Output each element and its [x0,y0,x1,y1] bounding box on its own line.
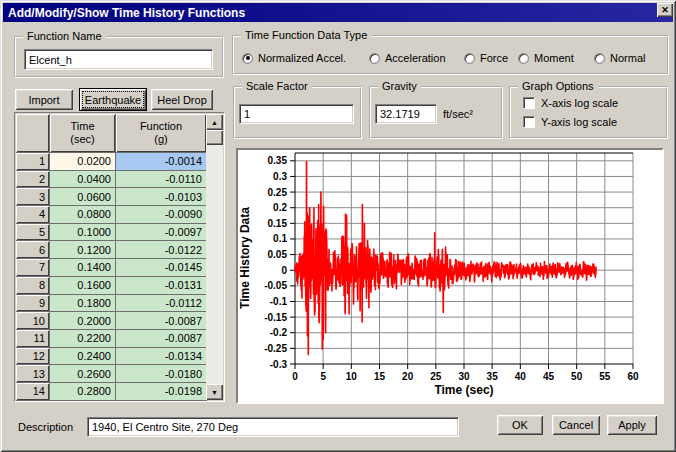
cell-time[interactable]: 0.0400 [50,171,116,189]
radio-acceleration[interactable]: Acceleration [369,52,446,64]
graph-options-group: Graph Options X-axis log scale Y-axis lo… [509,86,668,139]
radio-label: Normal [610,52,645,64]
cell-time[interactable]: 0.1400 [50,259,116,277]
svg-text:Time History Data: Time History Data [238,207,252,309]
scroll-up-icon[interactable]: ▲ [206,114,223,130]
radio-button-icon[interactable] [369,53,380,64]
svg-text:0.35: 0.35 [268,155,288,166]
svg-text:0: 0 [281,265,287,276]
cell-function[interactable]: -0.0097 [116,224,207,242]
row-header[interactable]: 4 [16,206,50,224]
cell-time[interactable]: 0.1000 [50,224,116,242]
scrollbar-track[interactable] [206,145,223,384]
cell-function[interactable]: -0.0110 [116,171,207,189]
row-header[interactable]: 12 [16,348,50,366]
chart-plot: 0.350.30.250.20.150.10.050-0.05-0.1-0.15… [238,150,662,402]
scale-factor-label: Scale Factor [242,80,312,92]
earthquake-button[interactable]: Earthquake [79,88,147,111]
cell-function[interactable]: -0.0122 [116,241,207,259]
apply-button[interactable]: Apply [607,415,657,435]
y-log-option[interactable]: Y-axis log scale [523,116,617,128]
svg-text:0.05: 0.05 [268,249,288,260]
heel-drop-button[interactable]: Heel Drop [151,89,213,110]
cell-function[interactable]: -0.0090 [116,206,207,224]
scrollbar-thumb[interactable] [206,130,223,145]
row-header[interactable]: 7 [16,259,50,277]
cancel-button[interactable]: Cancel [552,415,600,435]
cell-function[interactable]: -0.0134 [116,348,207,366]
radio-normal[interactable]: Normal [594,52,645,64]
cell-function[interactable]: -0.0087 [116,330,207,348]
radio-button-icon[interactable] [518,53,529,64]
svg-text:-0.1: -0.1 [270,296,288,307]
radio-label: Normalized Accel. [258,52,346,64]
radio-button-icon[interactable] [594,53,605,64]
row-header[interactable]: 11 [16,330,50,348]
cell-time[interactable]: 0.2000 [50,312,116,330]
cell-time[interactable]: 0.1800 [50,295,116,313]
row-header[interactable]: 6 [16,241,50,259]
svg-text:Time (sec): Time (sec) [434,383,493,397]
gravity-unit: ft/sec² [443,108,473,120]
graph-options-label: Graph Options [518,80,598,92]
close-icon[interactable]: ✕ [657,3,673,17]
table-scrollbar[interactable]: ▲ ▼ [206,114,223,400]
radio-button-icon[interactable] [464,53,475,64]
svg-text:25: 25 [430,371,442,382]
corner-header-cell [16,114,50,153]
cell-time[interactable]: 0.0800 [50,206,116,224]
svg-text:5: 5 [320,371,326,382]
svg-text:-0.15: -0.15 [264,312,287,323]
row-header[interactable]: 5 [16,224,50,242]
cell-time[interactable]: 0.0600 [50,188,116,206]
column-header: Time(sec) [50,114,116,153]
cell-function[interactable]: -0.0112 [116,295,207,313]
row-header[interactable]: 2 [16,171,50,189]
cell-time[interactable]: 0.2800 [50,383,116,401]
row-header[interactable]: 9 [16,295,50,313]
scale-factor-input[interactable] [239,104,354,124]
data-type-label: Time Function Data Type [241,29,371,41]
cell-function[interactable]: -0.0131 [116,277,207,295]
cell-function[interactable]: -0.0014 [116,153,207,171]
svg-text:10: 10 [346,371,358,382]
radio-force[interactable]: Force [464,52,508,64]
x-log-checkbox[interactable] [523,97,535,109]
cell-function[interactable]: -0.0103 [116,188,207,206]
cell-function[interactable]: -0.0198 [116,383,207,401]
radio-moment[interactable]: Moment [518,52,574,64]
cell-function[interactable]: -0.0180 [116,365,207,383]
svg-text:35: 35 [487,371,499,382]
ok-button[interactable]: OK [497,415,543,435]
svg-text:0.3: 0.3 [273,171,287,182]
cell-time[interactable]: 0.2400 [50,348,116,366]
svg-text:0.15: 0.15 [268,218,288,229]
cell-time[interactable]: 0.1200 [50,241,116,259]
svg-text:-0.05: -0.05 [264,280,287,291]
radio-button-icon[interactable] [242,53,253,64]
cell-time[interactable]: 0.0200 [50,153,116,171]
radio-normalized-accel[interactable]: Normalized Accel. [242,52,346,64]
cell-function[interactable]: -0.0087 [116,312,207,330]
cell-time[interactable]: 0.2600 [50,365,116,383]
row-header[interactable]: 1 [16,153,50,171]
row-header[interactable]: 13 [16,365,50,383]
function-name-input[interactable] [24,49,213,70]
x-log-option[interactable]: X-axis log scale [523,97,618,109]
gravity-input[interactable] [375,104,437,124]
import-button[interactable]: Import [15,89,73,110]
row-header[interactable]: 3 [16,188,50,206]
cell-function[interactable]: -0.0145 [116,259,207,277]
gravity-label: Gravity [378,80,421,92]
row-header[interactable]: 14 [16,383,50,401]
cell-time[interactable]: 0.2200 [50,330,116,348]
cell-time[interactable]: 0.1600 [50,277,116,295]
description-input[interactable] [87,417,459,437]
row-header[interactable]: 10 [16,312,50,330]
svg-text:50: 50 [571,371,583,382]
svg-text:45: 45 [543,371,555,382]
row-header[interactable]: 8 [16,277,50,295]
title-bar[interactable]: Add/Modify/Show Time History Functions [3,3,673,22]
y-log-checkbox[interactable] [523,116,535,128]
scroll-down-icon[interactable]: ▼ [206,384,223,400]
